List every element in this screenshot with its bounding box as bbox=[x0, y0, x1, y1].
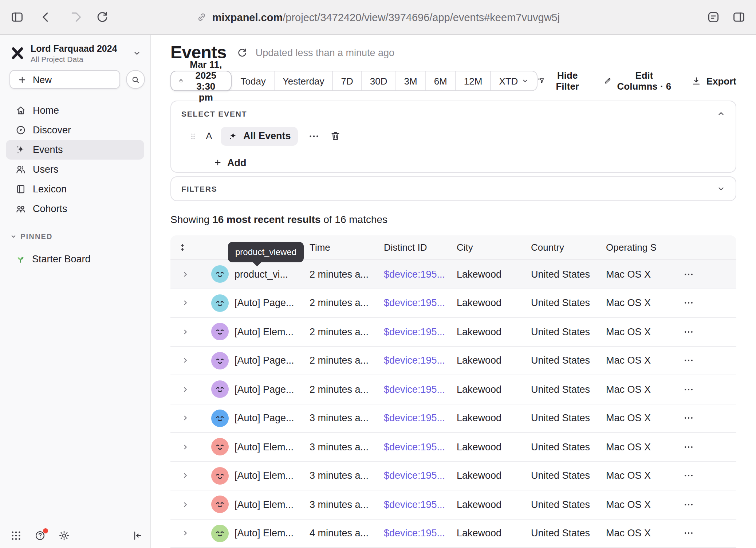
range-today[interactable]: Today bbox=[232, 71, 273, 90]
sidebar-item-home[interactable]: Home bbox=[6, 101, 144, 120]
page-settings-icon[interactable] bbox=[706, 10, 720, 24]
table-row[interactable]: [Auto] Elem... 2 minutes a... $device:19… bbox=[170, 318, 736, 347]
distinct-id-link[interactable]: $device:195... bbox=[384, 528, 457, 539]
expand-row-icon[interactable] bbox=[170, 299, 200, 307]
range-12m[interactable]: 12M bbox=[455, 71, 491, 90]
distinct-id-link[interactable]: $device:195... bbox=[384, 326, 457, 337]
column-time[interactable]: Time bbox=[310, 242, 384, 253]
forward-icon[interactable] bbox=[67, 10, 81, 24]
column-os[interactable]: Operating S bbox=[606, 242, 679, 253]
row-menu-icon[interactable] bbox=[679, 442, 736, 453]
table-row[interactable]: [Auto] Page... 3 minutes a... $device:19… bbox=[170, 404, 736, 433]
expand-row-icon[interactable] bbox=[170, 328, 200, 336]
expand-filters-icon[interactable] bbox=[717, 184, 725, 193]
collapse-all-rows-icon[interactable] bbox=[170, 243, 200, 252]
range-yesterday[interactable]: Yesterday bbox=[274, 71, 332, 90]
event-name-cell[interactable]: [Auto] Page... bbox=[235, 355, 310, 366]
row-menu-icon[interactable] bbox=[679, 499, 736, 510]
event-name-cell[interactable]: [Auto] Elem... bbox=[235, 470, 310, 481]
table-row[interactable]: [Auto] Page... 2 minutes a... $device:19… bbox=[170, 289, 736, 318]
project-switcher[interactable]: Lord Farquaad 2024 All Project Data bbox=[0, 41, 150, 66]
back-icon[interactable] bbox=[39, 10, 52, 24]
more-options-icon[interactable] bbox=[308, 130, 320, 142]
table-row[interactable]: [Auto] Elem... 3 minutes a... $device:19… bbox=[170, 490, 736, 519]
delete-event-icon[interactable] bbox=[330, 130, 341, 141]
expand-row-icon[interactable] bbox=[170, 443, 200, 451]
expand-row-icon[interactable] bbox=[170, 385, 200, 394]
expand-row-icon[interactable] bbox=[170, 472, 200, 480]
event-selector-button[interactable]: All Events bbox=[221, 126, 298, 145]
expand-row-icon[interactable] bbox=[170, 270, 200, 278]
table-row[interactable]: [Auto] Page... 2 minutes a... $device:19… bbox=[170, 347, 736, 375]
date-picker-button[interactable]: Mar 11, 2025 3:30 pm bbox=[170, 71, 232, 91]
distinct-id-link[interactable]: $device:195... bbox=[384, 470, 457, 481]
refresh-icon[interactable] bbox=[237, 47, 248, 58]
sidebar-item-events[interactable]: Events bbox=[6, 140, 144, 160]
range-xtd[interactable]: XTD bbox=[490, 71, 537, 90]
expand-row-icon[interactable] bbox=[170, 357, 200, 365]
sidebar-item-discover[interactable]: Discover bbox=[6, 120, 144, 140]
range-6m[interactable]: 6M bbox=[425, 71, 455, 90]
event-avatar bbox=[211, 352, 229, 369]
distinct-id-link[interactable]: $device:195... bbox=[384, 413, 457, 424]
event-name-cell[interactable]: [Auto] Page... bbox=[235, 413, 310, 424]
table-row[interactable]: [Auto] Page... 2 minutes a... $device:19… bbox=[170, 375, 736, 404]
expand-row-icon[interactable] bbox=[170, 529, 200, 537]
event-name-cell[interactable]: [Auto] Page... bbox=[235, 298, 310, 309]
tab-sidebar-icon[interactable] bbox=[10, 10, 24, 24]
row-menu-icon[interactable] bbox=[679, 355, 736, 366]
collapse-section-icon[interactable] bbox=[717, 109, 725, 118]
sidebar-item-lexicon[interactable]: Lexicon bbox=[6, 179, 144, 199]
distinct-id-link[interactable]: $device:195... bbox=[384, 355, 457, 366]
row-menu-icon[interactable] bbox=[679, 413, 736, 424]
reload-icon[interactable] bbox=[95, 10, 109, 24]
add-event-button[interactable]: Add bbox=[209, 154, 251, 171]
range-3m[interactable]: 3M bbox=[395, 71, 425, 90]
row-menu-icon[interactable] bbox=[679, 528, 736, 539]
hide-filter-button[interactable]: Hide Filter bbox=[538, 70, 584, 92]
event-name-cell[interactable]: [Auto] Elem... bbox=[235, 326, 310, 337]
expand-row-icon[interactable] bbox=[170, 414, 200, 422]
row-menu-icon[interactable] bbox=[679, 470, 736, 481]
collapse-sidebar-icon[interactable] bbox=[131, 530, 143, 541]
edit-columns-button[interactable]: Edit Columns · 6 bbox=[603, 70, 672, 92]
event-avatar bbox=[211, 410, 229, 427]
column-distinct-id[interactable]: Distinct ID bbox=[384, 242, 457, 253]
row-menu-icon[interactable] bbox=[679, 384, 736, 395]
event-name-cell[interactable]: product_vi... bbox=[235, 269, 310, 280]
event-name-cell[interactable]: [Auto] Page... bbox=[235, 384, 310, 395]
distinct-id-link[interactable]: $device:195... bbox=[384, 499, 457, 510]
export-button[interactable]: Export bbox=[691, 75, 736, 86]
search-button[interactable] bbox=[126, 70, 145, 89]
distinct-id-link[interactable]: $device:195... bbox=[384, 384, 457, 395]
url-bar[interactable]: mixpanel.com/project/3472420/view/397469… bbox=[196, 11, 560, 23]
table-row[interactable]: [Auto] Elem... 3 minutes a... $device:19… bbox=[170, 462, 736, 490]
distinct-id-link[interactable]: $device:195... bbox=[384, 442, 457, 453]
sidebar-item-users[interactable]: Users bbox=[6, 160, 144, 179]
row-menu-icon[interactable] bbox=[679, 326, 736, 337]
event-name-cell[interactable]: [Auto] Elem... bbox=[235, 442, 310, 453]
row-menu-icon[interactable] bbox=[679, 269, 736, 280]
event-name-cell[interactable]: [Auto] Elem... bbox=[235, 499, 310, 510]
settings-gear-icon[interactable] bbox=[58, 530, 70, 541]
range-7d[interactable]: 7D bbox=[332, 71, 361, 90]
right-sidebar-icon[interactable] bbox=[732, 10, 746, 24]
apps-grid-icon[interactable] bbox=[10, 530, 22, 541]
row-menu-icon[interactable] bbox=[679, 298, 736, 309]
event-name-cell[interactable]: [Auto] Elem... bbox=[235, 528, 310, 539]
pinned-section-toggle[interactable]: PINNED bbox=[0, 230, 150, 242]
table-row[interactable]: [Auto] Elem... 4 minutes a... $device:19… bbox=[170, 519, 736, 548]
range-30d[interactable]: 30D bbox=[361, 71, 395, 90]
distinct-id-link[interactable]: $device:195... bbox=[384, 269, 457, 280]
help-icon[interactable] bbox=[34, 530, 46, 541]
sidebar-item-starter-board[interactable]: Starter Board bbox=[6, 249, 144, 268]
distinct-id-link[interactable]: $device:195... bbox=[384, 298, 457, 309]
drag-handle[interactable] bbox=[189, 131, 197, 141]
table-row[interactable]: [Auto] Elem... 3 minutes a... $device:19… bbox=[170, 433, 736, 462]
column-city[interactable]: City bbox=[457, 242, 531, 253]
sidebar-item-cohorts[interactable]: Cohorts bbox=[6, 199, 144, 219]
new-button[interactable]: New bbox=[9, 70, 120, 89]
column-country[interactable]: Country bbox=[531, 242, 606, 253]
chevron-down-icon bbox=[10, 233, 17, 239]
expand-row-icon[interactable] bbox=[170, 501, 200, 509]
